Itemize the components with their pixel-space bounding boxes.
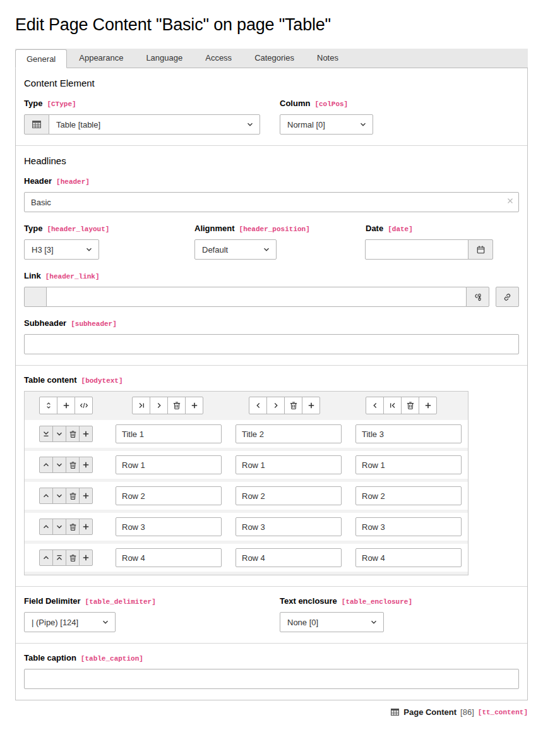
chevron-up-icon	[42, 554, 50, 561]
move-column-left-button[interactable]	[366, 397, 384, 414]
add-column-button[interactable]	[419, 397, 437, 414]
delete-column-button[interactable]	[284, 397, 302, 414]
cell-input[interactable]	[236, 486, 342, 505]
move-column-right-button[interactable]	[266, 397, 285, 414]
delete-row-button[interactable]	[66, 488, 80, 504]
header-position-select[interactable]: Default	[194, 239, 277, 260]
header-input[interactable]	[24, 192, 519, 212]
section-title: Content Element	[24, 78, 519, 88]
move-row-up-button[interactable]	[39, 488, 53, 504]
add-row-button[interactable]	[79, 457, 93, 473]
trash-icon	[69, 492, 77, 500]
cell-input[interactable]	[355, 548, 462, 567]
colpos-select[interactable]: Normal [0]	[280, 114, 373, 135]
html-view-button[interactable]	[75, 397, 93, 414]
header-link-input[interactable]	[46, 287, 467, 307]
delete-column-button[interactable]	[167, 397, 186, 414]
section-content-element: Content Element Type[CType] Table [table…	[16, 68, 527, 145]
move-row-up-button[interactable]	[39, 549, 53, 566]
plus-icon	[191, 402, 198, 409]
subheader-field-label: Subheader[subheader]	[24, 318, 519, 328]
tab-notes[interactable]: Notes	[306, 49, 349, 68]
table-wizard-toolbar	[25, 392, 468, 420]
enclosure-select[interactable]: None [0]	[280, 612, 384, 632]
delete-row-button[interactable]	[66, 426, 80, 442]
header-position-code-tag: [header_position]	[239, 225, 310, 233]
chevron-down-icon	[102, 618, 109, 626]
cell-input[interactable]	[355, 455, 462, 474]
table-row	[25, 482, 468, 510]
date-input[interactable]	[365, 239, 468, 260]
move-row-to-top-button[interactable]	[52, 549, 66, 566]
tab-language[interactable]: Language	[135, 49, 193, 68]
clear-icon[interactable]	[507, 198, 513, 204]
cell-input[interactable]	[116, 455, 222, 474]
move-column-left-button[interactable]	[249, 397, 267, 414]
bodytext-code-tag: [bodytext]	[81, 377, 123, 385]
cell-input[interactable]	[116, 424, 222, 443]
chevron-down-icon	[85, 246, 93, 253]
move-row-to-bottom-button[interactable]	[39, 426, 53, 442]
tab-categories[interactable]: Categories	[244, 49, 305, 68]
link-browser-button[interactable]	[496, 287, 519, 307]
delete-row-button[interactable]	[66, 549, 80, 566]
trash-icon	[69, 523, 77, 531]
record-uid: [86]	[460, 707, 474, 717]
move-row-up-button[interactable]	[39, 457, 53, 473]
ctype-code-tag: [CType]	[47, 100, 76, 108]
toggle-field-size-button[interactable]	[39, 397, 57, 414]
plus-icon	[82, 492, 90, 500]
plus-icon	[82, 554, 90, 561]
add-row-button[interactable]	[79, 549, 93, 566]
section-headlines: Headlines Header[header] Type[header_lay…	[16, 145, 527, 365]
move-column-to-end-button[interactable]	[132, 397, 150, 414]
move-row-up-button[interactable]	[39, 519, 53, 535]
cell-input[interactable]	[116, 486, 222, 505]
move-row-down-button[interactable]	[52, 519, 66, 535]
add-row-button[interactable]	[79, 519, 93, 535]
delete-row-button[interactable]	[66, 457, 80, 473]
cell-input[interactable]	[355, 517, 462, 536]
cell-input[interactable]	[355, 424, 462, 443]
cell-input[interactable]	[116, 517, 222, 536]
date-picker-button[interactable]	[468, 239, 493, 260]
delete-row-button[interactable]	[66, 519, 80, 535]
colpos-code-tag: [colPos]	[314, 100, 348, 108]
chevron-down-icon	[370, 618, 378, 626]
move-row-down-button[interactable]	[52, 457, 66, 473]
trash-icon	[172, 401, 181, 410]
link-type-addon	[24, 287, 47, 307]
add-button[interactable]	[57, 397, 75, 414]
row-5-controls	[39, 549, 93, 566]
cell-input[interactable]	[236, 517, 342, 536]
move-row-down-button[interactable]	[52, 488, 66, 504]
header-layout-select[interactable]: H3 [3]	[24, 239, 99, 260]
cell-input[interactable]	[355, 486, 462, 505]
delimiter-select[interactable]: | (Pipe) [124]	[24, 612, 116, 632]
subheader-input[interactable]	[24, 334, 519, 354]
move-column-right-button[interactable]	[150, 397, 168, 414]
ctype-select[interactable]: Table [table]	[49, 114, 260, 135]
add-column-button[interactable]	[302, 397, 320, 414]
add-row-button[interactable]	[79, 426, 93, 442]
cell-input[interactable]	[236, 548, 342, 567]
tab-general[interactable]: General	[15, 49, 67, 68]
cell-input[interactable]	[236, 455, 342, 474]
tab-appearance[interactable]: Appearance	[68, 49, 134, 68]
table-caption-input[interactable]	[24, 669, 519, 689]
bodytext-field-label: Table content[bodytext]	[24, 375, 519, 385]
tab-access[interactable]: Access	[194, 49, 242, 68]
move-row-down-button[interactable]	[52, 426, 66, 442]
move-column-to-start-button[interactable]	[383, 397, 402, 414]
plus-icon	[63, 402, 70, 409]
link-explode-button[interactable]	[466, 287, 489, 307]
delete-column-button[interactable]	[401, 397, 419, 414]
section-table-options: Field Delimiter[table_delimiter] | (Pipe…	[16, 586, 527, 643]
enclosure-field-label: Text enclosure[table_enclosure]	[280, 596, 412, 606]
cell-input[interactable]	[116, 548, 222, 567]
cell-input[interactable]	[236, 424, 342, 443]
chevron-up-icon	[42, 492, 50, 500]
add-row-button[interactable]	[79, 488, 93, 504]
add-column-button[interactable]	[185, 397, 203, 414]
calendar-icon	[476, 245, 486, 255]
